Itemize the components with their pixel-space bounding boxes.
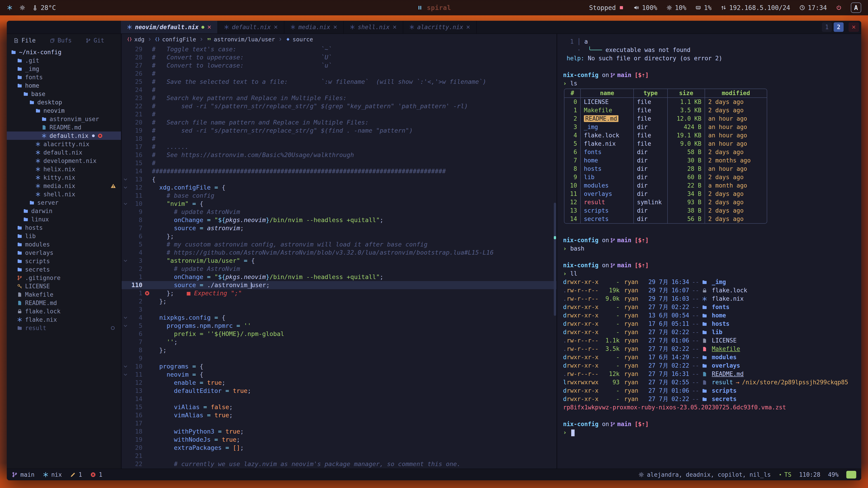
code-line[interactable]: 22 # currently we use lazy.nvim as neovi… [122,460,557,468]
tree-item[interactable]: server [7,198,121,207]
code-line[interactable]: 4 # https://github.com/AstroNvim/AstroNv… [122,249,557,257]
code-line[interactable]: 16# See https://astronvim.com/Basic%20Us… [122,151,557,159]
tree-item[interactable]: .git [7,56,121,65]
code-line[interactable]: 14######################################… [122,167,557,175]
code-line[interactable]: 18 withPython3 = true; [122,427,557,435]
code-line[interactable]: 11 # base config [122,192,557,200]
tree-item[interactable]: scripts [7,257,121,265]
code-line[interactable]: 12 xdg.configFile = { [122,184,557,192]
tree-item[interactable]: secrets [7,265,121,273]
statusline-branch[interactable]: main [12,471,35,478]
code-line[interactable]: 29# Toggle text's case: `~` [122,45,557,53]
buffer-tab[interactable]: default.nix [218,21,284,33]
code-line[interactable]: 21 [122,452,557,460]
tree-item[interactable]: default.nix [7,148,121,157]
code-line[interactable]: 5 # my cusotom astronvim config, astronv… [122,240,557,249]
editor-scrollbar[interactable] [554,47,556,467]
code-line[interactable]: 6 }; [122,232,557,240]
tree-item[interactable]: astronvim_user [7,115,121,123]
tree-item[interactable]: neovim [7,106,121,115]
tree-item[interactable]: result [7,324,121,332]
code-line[interactable]: 9 [122,354,557,362]
tabpage-number[interactable]: 1 [822,22,832,32]
code-line[interactable]: 27# Convert to lowercase: `u` [122,61,557,70]
tree-item[interactable]: modules [7,240,121,249]
tree-item[interactable]: overlays [7,249,121,257]
tree-item[interactable]: shell.nix [7,190,121,198]
close-icon[interactable] [207,25,212,29]
code-line[interactable]: 26# [122,70,557,78]
breadcrumb-segment[interactable]: xdg [127,36,145,43]
tree-item[interactable]: helix.nix [7,165,121,173]
breadcrumb-segment[interactable]: configFile [155,36,196,43]
code-line[interactable]: 28# Convert to uppercase: `U` [122,53,557,61]
code-line[interactable]: 12 enable = true; [122,379,557,387]
code-line[interactable]: 17 [122,419,557,427]
code-line[interactable]: 24# [122,86,557,94]
tree-item[interactable]: lib [7,232,121,240]
code-line[interactable]: 4 nixpkgs.config = { [122,314,557,322]
tree-item[interactable]: flake.nix [7,315,121,324]
code-line[interactable]: 10 "nvim" = { [122,200,557,208]
code-line[interactable]: 10 programs = { [122,362,557,370]
breadcrumb-segment[interactable]: astronvim/lua/user [207,36,275,43]
scrollbar-thumb[interactable] [554,203,556,316]
code-line[interactable]: 20 extraPackages = []; [122,444,557,452]
code-line[interactable]: 11 neovim = { [122,370,557,379]
code-line[interactable]: 14 [122,395,557,403]
code-line[interactable]: 25# Save the selected text to a file: `:… [122,78,557,86]
tree-item[interactable]: development.nix [7,157,121,165]
tree-item[interactable]: kitty.nix [7,173,121,182]
code-line[interactable]: 19# sed -ri "s/pattern_str/replace_str/g… [122,127,557,135]
tree-item[interactable]: ~/nix-config [7,48,121,56]
tree-item[interactable]: _img [7,65,121,73]
buffer-tab[interactable]: alacritty.nix [403,21,477,33]
tree-item[interactable]: media.nix [7,182,121,190]
code-line[interactable]: 2 # update AstroNvim [122,265,557,273]
settings-gear-icon[interactable] [20,5,25,11]
code-line[interactable]: 5 programs.npm.npmrc = '' [122,322,557,330]
code-line[interactable]: 17# ...... [122,143,557,151]
code-line[interactable]: 20# Search file name pattern and Replace… [122,119,557,127]
code-line[interactable]: 13 defaultEditor = true; [122,387,557,395]
memory-widget[interactable]: 1% [695,4,712,11]
tree-item[interactable]: hosts [7,223,121,232]
tree-item[interactable]: default.nix [7,131,121,140]
command-input[interactable]: › [563,428,855,437]
explorer-source-tab[interactable]: File [13,37,36,44]
code-line[interactable]: 19 withNodeJs = true; [122,435,557,444]
explorer-source-tab[interactable]: Bufs [50,37,72,44]
cpu-widget[interactable]: 10% [666,4,686,11]
tree-item[interactable]: Makefile [7,290,121,299]
tree-item[interactable]: flake.lock [7,307,121,315]
tree-item[interactable]: README.md [7,123,121,131]
tree-item[interactable]: README.md [7,299,121,307]
tree-item[interactable]: desktop [7,98,121,106]
keyboard-layout-badge[interactable]: A [851,2,861,13]
media-status-widget[interactable]: Stopped [589,4,624,11]
network-widget[interactable]: 192.168.5.100/24 [721,4,790,11]
code-line[interactable]: 15# [122,159,557,167]
buffer-tab[interactable]: shell.nix [344,21,403,33]
buffer-tab[interactable]: neovim/default.nix [121,21,218,33]
tree-item[interactable]: fonts [7,73,121,81]
power-icon[interactable] [836,5,842,11]
tree-item[interactable]: darwin [7,207,121,215]
tree-item[interactable]: .gitignore [7,273,121,282]
close-icon[interactable] [466,25,470,29]
code-line[interactable]: 16 vimAlias = true; [122,411,557,419]
code-line[interactable]: 1 }; ■ Expecting ";" [122,289,557,297]
terminal-pane[interactable]: 1 │ a · ╰─── executable was not found he… [557,34,861,468]
breadcrumb-segment[interactable]: source [285,36,313,43]
code-line[interactable]: 8 onChange = "${pkgs.neovim}/bin/nvim --… [122,216,557,224]
tree-item[interactable]: LICENSE [7,282,121,290]
nix-logo-icon[interactable] [7,5,13,11]
tree-item[interactable]: linux [7,215,121,223]
close-icon[interactable] [393,25,397,29]
tree-item[interactable]: alacritty.nix [7,140,121,148]
close-icon[interactable] [274,25,278,29]
code-line[interactable]: 18# [122,135,557,143]
code-line[interactable]: 110 source = ./astronvim_user; [122,281,557,289]
code-line[interactable]: 6 prefix = ''${HOME}/.npm-global [122,330,557,338]
explorer-source-tab[interactable]: Git [86,37,104,44]
